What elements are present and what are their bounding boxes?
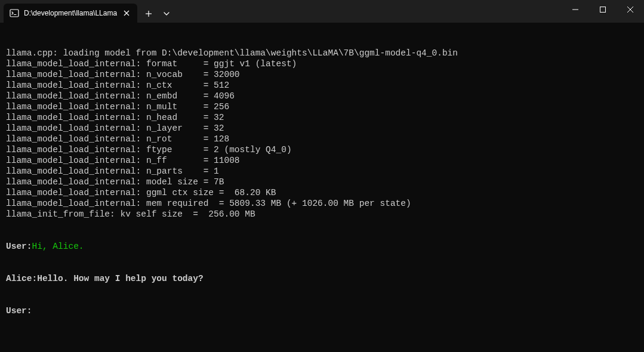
tab-close-button[interactable] [122, 8, 131, 18]
log-line: llama_model_load_internal: n_layer = 32 [6, 123, 638, 134]
terminal-tab[interactable]: D:\development\llama\LLama [4, 4, 137, 23]
svg-rect-7 [600, 7, 606, 13]
window-controls [562, 0, 644, 23]
user-prompt-label: User: [6, 306, 32, 316]
log-line: llama_model_load_internal: n_head = 32 [6, 112, 638, 123]
chat-line-alice1: Alice:Hello. How may I help you today? [6, 273, 638, 284]
log-line: llama_model_load_internal: n_embd = 4096 [6, 91, 638, 101]
log-line: llama_model_load_internal: n_parts = 1 [6, 166, 638, 177]
log-line: llama_model_load_internal: n_ctx = 512 [6, 80, 638, 91]
tabs-area: D:\development\llama\LLama [0, 0, 562, 23]
alice-label: Alice: [6, 274, 37, 283]
log-line: llama_model_load_internal: n_ff = 11008 [6, 155, 638, 166]
log-line: llama_model_load_internal: n_rot = 128 [6, 134, 638, 144]
log-line: llama_model_load_internal: n_mult = 256 [6, 101, 638, 112]
terminal-icon [10, 8, 19, 18]
log-line: llama_init_from_file: kv self size = 256… [6, 209, 638, 220]
new-tab-button[interactable] [140, 5, 158, 23]
tab-dropdown-button[interactable] [158, 5, 175, 23]
chat-line-user1: User:Hi, Alice. [6, 241, 638, 252]
log-line: llama.cpp: loading model from D:\develop… [6, 48, 638, 58]
user-label: User: [6, 242, 32, 251]
window-title-bar: D:\development\llama\LLama [0, 0, 644, 23]
log-line: llama_model_load_internal: ggml ctx size… [6, 187, 638, 198]
chat-line-user2: User: [6, 305, 638, 316]
log-line: llama_model_load_internal: ftype = 2 (mo… [6, 144, 638, 155]
log-line: llama_model_load_internal: n_vocab = 320… [6, 69, 638, 80]
svg-rect-0 [10, 10, 19, 17]
close-window-button[interactable] [617, 0, 644, 19]
minimize-button[interactable] [562, 0, 589, 19]
log-line: llama_model_load_internal: model size = … [6, 177, 638, 187]
maximize-button[interactable] [589, 0, 617, 19]
log-line: llama_model_load_internal: format = ggjt… [6, 58, 638, 69]
terminal-output[interactable]: llama.cpp: loading model from D:\develop… [0, 23, 644, 331]
alice-response-text: Hello. How may I help you today? [37, 274, 203, 283]
log-line: llama_model_load_internal: mem required … [6, 198, 638, 209]
tab-title: D:\development\llama\LLama [24, 9, 117, 17]
log-output: llama.cpp: loading model from D:\develop… [6, 48, 638, 220]
user-input-text: Hi, Alice. [32, 242, 84, 251]
